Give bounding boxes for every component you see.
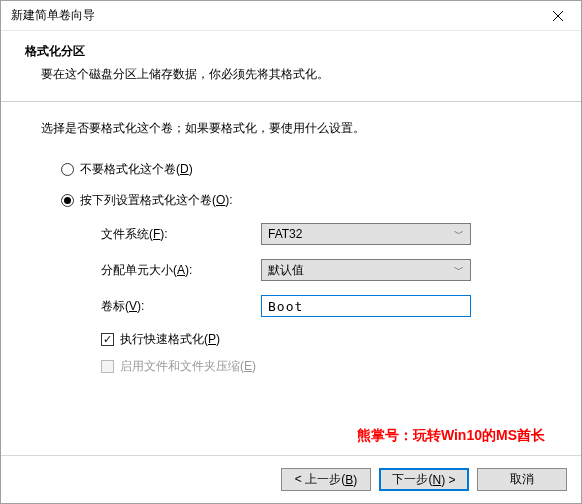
chevron-down-icon: ﹀ <box>454 227 464 241</box>
allocation-unit-select[interactable]: 默认值 ﹀ <box>261 259 471 281</box>
checkbox-icon <box>101 333 114 346</box>
format-settings: 文件系统(F): FAT32 ﹀ 分配单元大小(A): 默认值 ﹀ 卷标(V <box>101 223 541 375</box>
option-label: 不要格式化这个卷(D) <box>80 161 193 178</box>
wizard-footer: < 上一步(B) 下一步(N) > 取消 <box>1 455 581 503</box>
close-button[interactable] <box>535 1 581 31</box>
checkbox-enable-compression: 启用文件和文件夹压缩(E) <box>101 358 541 375</box>
content-area: 选择是否要格式化这个卷；如果要格式化，要使用什么设置。 不要格式化这个卷(D) … <box>1 102 581 375</box>
chevron-down-icon: ﹀ <box>454 263 464 277</box>
cancel-button[interactable]: 取消 <box>477 468 567 491</box>
volume-label-input[interactable] <box>261 295 471 317</box>
window-title: 新建简单卷向导 <box>11 7 95 24</box>
watermark-text: 熊掌号：玩转Win10的MS酋长 <box>357 427 545 445</box>
row-volume-label: 卷标(V): <box>101 295 541 317</box>
back-button[interactable]: < 上一步(B) <box>281 468 371 491</box>
wizard-window: 新建简单卷向导 格式化分区 要在这个磁盘分区上储存数据，你必须先将其格式化。 选… <box>0 0 582 504</box>
checkbox-label: 执行快速格式化(P) <box>120 331 220 348</box>
page-title: 格式化分区 <box>25 43 551 60</box>
next-button[interactable]: 下一步(N) > <box>379 468 469 491</box>
row-allocation-unit: 分配单元大小(A): 默认值 ﹀ <box>101 259 541 281</box>
page-subtitle: 要在这个磁盘分区上储存数据，你必须先将其格式化。 <box>41 66 551 83</box>
checkbox-quick-format[interactable]: 执行快速格式化(P) <box>101 331 541 348</box>
titlebar: 新建简单卷向导 <box>1 1 581 31</box>
page-header: 格式化分区 要在这个磁盘分区上储存数据，你必须先将其格式化。 <box>1 31 581 101</box>
allocation-unit-label: 分配单元大小(A): <box>101 262 261 279</box>
row-file-system: 文件系统(F): FAT32 ﹀ <box>101 223 541 245</box>
file-system-select[interactable]: FAT32 ﹀ <box>261 223 471 245</box>
volume-label-caption: 卷标(V): <box>101 298 261 315</box>
option-do-not-format[interactable]: 不要格式化这个卷(D) <box>61 161 541 178</box>
option-format-with-settings[interactable]: 按下列设置格式化这个卷(O): <box>61 192 541 209</box>
radio-icon <box>61 194 74 207</box>
checkbox-icon <box>101 360 114 373</box>
radio-icon <box>61 163 74 176</box>
option-label: 按下列设置格式化这个卷(O): <box>80 192 233 209</box>
file-system-label: 文件系统(F): <box>101 226 261 243</box>
close-icon <box>553 11 563 21</box>
instruction-text: 选择是否要格式化这个卷；如果要格式化，要使用什么设置。 <box>41 120 541 137</box>
checkbox-label: 启用文件和文件夹压缩(E) <box>120 358 256 375</box>
select-value: FAT32 <box>268 227 302 241</box>
select-value: 默认值 <box>268 262 304 279</box>
